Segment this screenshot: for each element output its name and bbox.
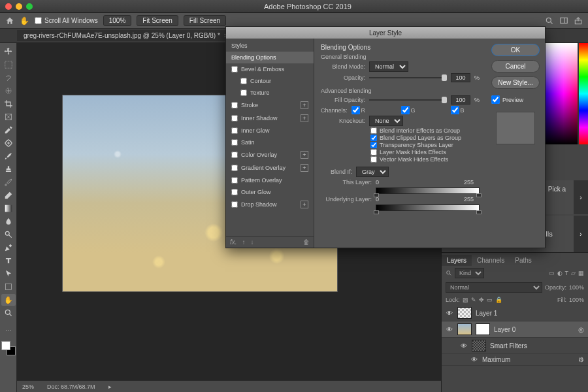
status-docinfo[interactable]: Doc: 68.7M/68.7M [47,384,95,390]
home-icon[interactable] [5,16,14,25]
close-window-icon[interactable] [5,3,12,10]
channel-b-checkbox[interactable]: B [451,106,486,114]
filter-shape-icon[interactable]: ▱ [571,270,576,276]
adv-option-blend-interior-effects-as-group[interactable]: Blend Interior Effects as Group [370,127,480,134]
zoom-100-button[interactable]: 100% [103,15,132,26]
ok-button[interactable]: OK [491,44,540,56]
fit-screen-button[interactable]: Fit Screen [137,15,178,26]
history-brush-tool[interactable] [1,176,16,188]
lock-all-icon[interactable]: 🔒 [495,297,502,303]
heal-tool[interactable] [1,137,16,149]
blur-tool[interactable] [1,216,16,227]
cancel-button[interactable]: Cancel [491,60,540,73]
hand-tool[interactable]: ✋ [1,294,16,306]
path-select-tool[interactable] [1,268,16,280]
eraser-tool[interactable] [1,189,16,201]
layer-kind-select[interactable]: Kind [455,268,484,278]
effect-item-inner-glow[interactable]: Inner Glow [226,125,314,137]
effect-item-drop-shadow[interactable]: Drop Shadow+ [226,198,314,211]
add-effect-icon[interactable]: + [301,164,308,172]
scroll-all-windows-checkbox[interactable]: Scroll All Windows [35,17,98,24]
opacity-value[interactable]: 100% [569,284,584,291]
fill-screen-button[interactable]: Fill Screen [184,15,226,26]
blendif-select[interactable]: Gray [356,167,389,177]
adv-option-blend-clipped-layers-as-group[interactable]: Blend Clipped Layers as Group [370,135,480,141]
color-swatches[interactable] [1,341,16,355]
gradient-tool[interactable] [1,203,16,214]
underlying-gradient[interactable] [376,204,480,211]
workspace-icon[interactable] [559,16,568,25]
visibility-icon[interactable]: 👁 [470,356,478,363]
share-icon[interactable] [574,16,583,25]
tab-layers[interactable]: Layers [442,255,472,266]
fill-opacity-slider[interactable] [369,97,447,103]
crop-tool[interactable] [1,98,16,110]
lock-artboard-icon[interactable]: ▭ [487,297,493,303]
chevron-right-icon[interactable]: › [574,180,588,214]
new-style-button[interactable]: New Style... [491,76,540,89]
foreground-swatch[interactable] [1,341,10,350]
effect-item-texture[interactable]: Texture [226,87,314,99]
zoom-window-icon[interactable] [26,3,33,10]
add-effect-icon[interactable]: + [301,201,308,208]
smart-filters-thumb[interactable] [472,340,486,351]
move-tool[interactable] [1,46,16,57]
effect-item-inner-shadow[interactable]: Inner Shadow+ [226,112,314,125]
effect-item-pattern-overlay[interactable]: Pattern Overlay [226,174,314,186]
add-effect-icon[interactable]: + [301,114,308,122]
status-chevron-icon[interactable]: ▸ [108,384,112,390]
layer-row[interactable]: 👁 Maximum ⚙ [442,354,588,366]
layer-blend-select[interactable]: Normal [446,282,542,293]
edit-toolbar-icon[interactable]: ⋯ [1,324,16,336]
effect-item-satin[interactable]: Satin [226,137,314,148]
visibility-icon[interactable]: 👁 [460,342,468,350]
type-tool[interactable] [1,255,16,267]
visibility-icon[interactable]: 👁 [446,310,453,317]
zoom-tool[interactable] [1,307,16,319]
fill-opacity-input[interactable] [451,95,470,105]
layer-name[interactable]: Layer 0 [494,326,515,333]
chevron-right-icon[interactable]: › [574,216,588,252]
eyedropper-tool[interactable] [1,124,16,136]
add-effect-icon[interactable]: + [301,151,308,159]
minimize-window-icon[interactable] [16,3,22,10]
dodge-tool[interactable] [1,229,16,240]
tab-channels[interactable]: Channels [472,255,510,266]
layer-row[interactable]: 👁 Smart Filters [442,338,588,354]
visibility-icon[interactable]: 👁 [446,326,453,333]
preview-checkbox[interactable]: Preview [491,95,540,104]
layer-thumb[interactable] [457,307,472,319]
search-icon[interactable] [446,270,452,276]
filter-type-icon[interactable]: T [565,270,569,276]
filter-pixel-icon[interactable]: ▭ [549,270,555,276]
opacity-slider[interactable] [369,74,447,81]
effect-item-stroke[interactable]: Stroke+ [226,99,314,112]
stamp-tool[interactable] [1,163,16,175]
this-layer-gradient[interactable] [376,188,480,194]
lasso-tool[interactable] [1,72,16,84]
trash-icon[interactable]: 🗑 [303,238,310,246]
document-tab[interactable]: greg-rivers-rChFUMwAe7E-unsplash.jpg @ 2… [17,30,235,41]
tab-paths[interactable]: Paths [510,255,537,266]
filter-adjust-icon[interactable]: ◐ [557,270,563,276]
adv-option-transparency-shapes-layer[interactable]: Transparency Shapes Layer [370,142,480,148]
brush-tool[interactable] [1,150,16,162]
effect-item-bevel-emboss[interactable]: Bevel & Emboss [226,63,314,75]
layer-name[interactable]: Maximum [482,356,510,363]
filter-options-icon[interactable]: ⚙ [578,356,584,363]
pen-tool[interactable] [1,242,16,253]
quick-select-tool[interactable] [1,85,16,97]
effect-item-gradient-overlay[interactable]: Gradient Overlay+ [226,161,314,174]
effect-item-outer-glow[interactable]: Outer Glow [226,186,314,198]
adv-option-layer-mask-hides-effects[interactable]: Layer Mask Hides Effects [370,149,480,155]
hand-tool-icon[interactable]: ✋ [20,16,29,25]
lock-pixels-icon[interactable]: ✎ [471,297,476,303]
lock-position-icon[interactable]: ✥ [479,297,484,303]
effect-item-color-overlay[interactable]: Color Overlay+ [226,148,314,161]
channel-g-checkbox[interactable]: G [401,106,446,114]
marquee-tool[interactable] [1,59,16,71]
frame-tool[interactable] [1,111,16,123]
search-icon[interactable] [545,16,554,25]
hue-strip[interactable] [578,43,588,144]
effect-item-blending-options[interactable]: Blending Options [226,52,314,63]
